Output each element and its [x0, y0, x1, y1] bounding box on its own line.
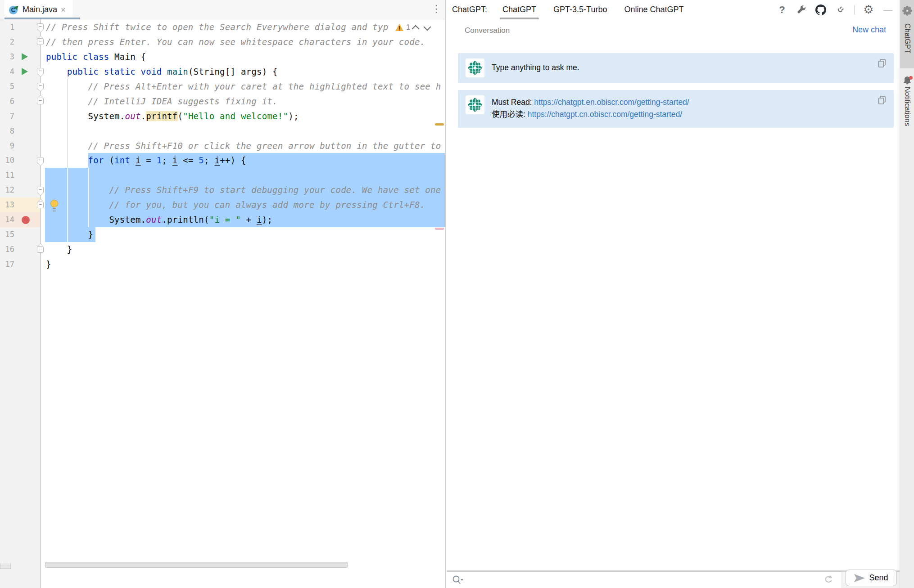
- line-number: 17: [0, 257, 14, 272]
- gutter-row: 12−: [0, 183, 40, 197]
- gutter-row: 5−: [0, 79, 40, 94]
- line-number: 13: [0, 197, 14, 212]
- fold-marker-icon[interactable]: −: [37, 157, 44, 164]
- gutter-row: 13−: [0, 197, 40, 212]
- tab-gpt-35-turbo[interactable]: GPT-3.5-Turbo: [552, 1, 608, 18]
- copy-icon[interactable]: [878, 58, 887, 67]
- prompt-input[interactable]: [466, 573, 822, 587]
- tab-main-java[interactable]: C Main.java ×: [5, 0, 73, 19]
- code-line[interactable]: // Press Alt+Enter with your caret at th…: [0, 79, 446, 94]
- gutter-row: 4−: [0, 64, 40, 79]
- getting-started-link-en[interactable]: https://chatgpt.en.obiscr.com/getting-st…: [534, 98, 689, 107]
- tab-close-icon[interactable]: ×: [61, 6, 66, 14]
- tab-online-chatgpt[interactable]: Online ChatGPT: [623, 1, 684, 18]
- chatgpt-avatar: [466, 58, 484, 77]
- code-line[interactable]: }: [0, 242, 446, 257]
- editor-options-kebab-icon[interactable]: ⋮: [431, 3, 441, 15]
- editor-pane: C Main.java × ⋮ 1 //: [0, 0, 446, 588]
- conversation-bar: Conversation New chat: [447, 22, 900, 40]
- send-button[interactable]: Send: [846, 570, 897, 586]
- copy-icon[interactable]: [878, 95, 887, 104]
- tab-chatgpt[interactable]: ChatGPT: [502, 1, 537, 18]
- code-line[interactable]: [0, 124, 446, 139]
- code-line[interactable]: System.out.printf("Hello and welcome!");: [0, 109, 446, 124]
- line-number: 9: [0, 139, 14, 153]
- code-line[interactable]: // Press Shift+F9 to start debugging you…: [0, 183, 446, 197]
- fold-marker-icon[interactable]: −: [37, 83, 44, 90]
- gutter-row: 16−: [0, 242, 40, 257]
- notification-badge: [909, 76, 913, 80]
- code-line[interactable]: public class Main {: [0, 49, 446, 64]
- fold-marker-icon[interactable]: −: [37, 38, 44, 45]
- line-number: 6: [0, 94, 14, 109]
- gear-icon[interactable]: ⚙: [863, 4, 874, 15]
- code-line[interactable]: // IntelliJ IDEA suggests fixing it.: [0, 94, 446, 109]
- chatgpt-avatar: [466, 95, 484, 114]
- gutter-row: 17: [0, 257, 40, 272]
- toolwindow-notifications-label: Notifications: [903, 87, 911, 126]
- ide-window: C Main.java × ⋮ 1 //: [0, 0, 914, 588]
- line-number: 14: [0, 212, 14, 227]
- line-number: 7: [0, 109, 14, 124]
- bell-icon: [902, 75, 913, 86]
- fold-marker-icon[interactable]: −: [37, 68, 44, 75]
- send-icon: [854, 574, 865, 582]
- line-number: 11: [0, 168, 14, 183]
- tab-title: Main.java: [23, 5, 57, 14]
- code-line[interactable]: }: [0, 227, 446, 242]
- gutter-row: 8: [0, 124, 40, 139]
- getting-started-link-cn[interactable]: https://chatgpt.cn.obiscr.com/getting-st…: [528, 110, 682, 119]
- toolwindow-chatgpt-button[interactable]: ChatGPT: [900, 0, 914, 68]
- conversation-label: Conversation: [465, 26, 510, 35]
- gutter-row: 11: [0, 168, 40, 183]
- line-number: 12: [0, 183, 14, 197]
- gutter-row: 9: [0, 139, 40, 153]
- fold-marker-icon[interactable]: −: [37, 187, 44, 193]
- breakpoint-icon[interactable]: [22, 216, 30, 224]
- line-number: 5: [0, 79, 14, 94]
- plug-icon[interactable]: [835, 4, 846, 15]
- horizontal-scrollbar[interactable]: [45, 562, 348, 568]
- fold-marker-icon[interactable]: −: [37, 246, 44, 253]
- gutter-row: 3: [0, 49, 40, 64]
- code-editor[interactable]: 1 // Press Shift twice to open the Searc…: [0, 19, 446, 588]
- selection-mark[interactable]: [435, 228, 444, 230]
- chatgpt-menu-label[interactable]: ChatGPT:: [452, 5, 487, 14]
- gutter-row: 10−: [0, 153, 40, 168]
- code-line[interactable]: for (int i = 1; i <= 5; i++) {: [0, 153, 446, 168]
- fold-marker-icon[interactable]: −: [37, 98, 44, 104]
- code-line[interactable]: // then press Enter. You can now see whi…: [0, 35, 446, 49]
- hide-panel-icon[interactable]: —: [882, 4, 893, 15]
- code-line[interactable]: // for you, but you can always add more …: [0, 197, 446, 212]
- code-line[interactable]: public static void main(String[] args) {: [0, 64, 446, 79]
- java-class-icon: C: [9, 5, 19, 15]
- toolwindow-notifications-button[interactable]: Notifications: [900, 70, 914, 133]
- line-number: 2: [0, 35, 14, 49]
- warning-mark[interactable]: [435, 123, 444, 126]
- gutter-row: 6−: [0, 94, 40, 109]
- assistant-message: Type anything to ask me.: [458, 53, 894, 83]
- line-number: 8: [0, 124, 14, 139]
- new-chat-button[interactable]: New chat: [852, 25, 886, 35]
- help-icon[interactable]: ?: [777, 4, 787, 15]
- toolwindow-chatgpt-label: ChatGPT: [903, 23, 911, 54]
- tool-window-bar: ChatGPT Notifications: [900, 0, 914, 588]
- code-line[interactable]: System.out.println("i = " + i);: [0, 212, 446, 227]
- chatgpt-tool-window: ChatGPT: ChatGPT GPT-3.5-Turbo Online Ch…: [447, 0, 900, 588]
- assistant-message: Must Read: https://chatgpt.en.obiscr.com…: [458, 90, 894, 128]
- fold-marker-icon[interactable]: −: [37, 202, 44, 208]
- run-gutter-icon[interactable]: [22, 68, 28, 75]
- fold-marker-icon[interactable]: −: [37, 23, 44, 30]
- code-line[interactable]: [0, 168, 446, 183]
- github-icon[interactable]: [815, 4, 826, 15]
- wrench-icon[interactable]: [796, 4, 807, 15]
- line-number: 16: [0, 242, 14, 257]
- search-with-history-icon[interactable]: [452, 575, 464, 586]
- editor-tab-bar: C Main.java × ⋮: [0, 0, 445, 19]
- code-line[interactable]: }: [0, 257, 446, 272]
- run-gutter-icon[interactable]: [22, 53, 28, 60]
- code-line[interactable]: // Press Shift twice to open the Search …: [0, 20, 446, 35]
- regenerate-icon[interactable]: [823, 574, 834, 585]
- chatgpt-flower-icon: [467, 97, 483, 112]
- code-line[interactable]: // Press Shift+F10 or click the green ar…: [0, 139, 446, 153]
